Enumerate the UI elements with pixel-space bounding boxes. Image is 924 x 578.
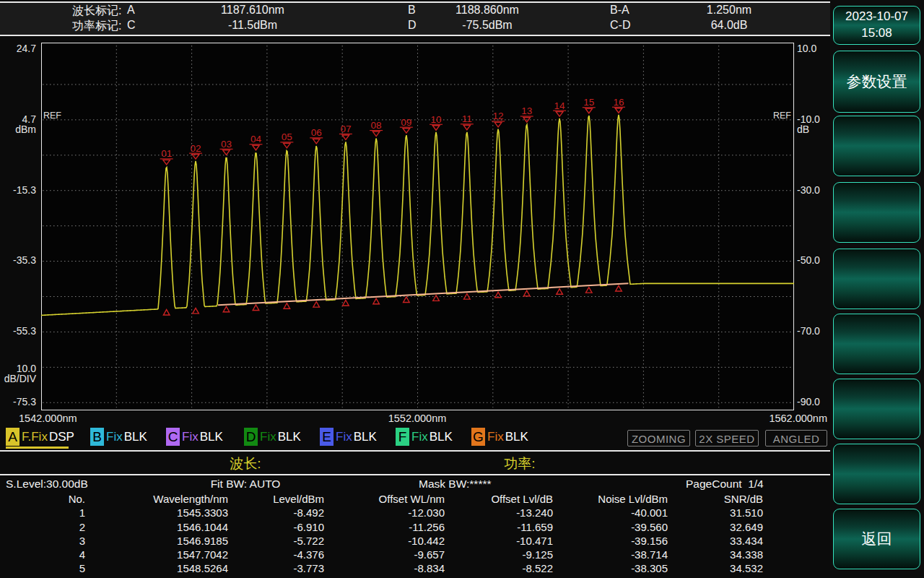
view-mode-zooming[interactable]: ZOOMING <box>627 430 690 447</box>
table-header-row: No.Wavelength/nmLevel/dBmOffset WL/nmOff… <box>0 492 765 506</box>
table-cell: -4.376 <box>228 548 324 561</box>
peak-marker-triangle <box>556 112 563 117</box>
wavelength-marker-row: 波长标记: A 1187.610nm B 1188.860nm B-A 1.25… <box>0 4 830 19</box>
peak-number-label: 03 <box>221 139 232 150</box>
table-cell: -8.492 <box>228 506 324 519</box>
trace-tag-label: BLK <box>278 428 301 446</box>
sidebar-button-label: 15:08 <box>861 25 892 42</box>
power-marker-label: 功率标记: <box>72 19 121 34</box>
noise-marker-triangle <box>585 288 592 293</box>
page-count: PageCount 1/4 <box>686 478 764 491</box>
sidebar-button-blank-1[interactable] <box>833 116 920 176</box>
view-mode-angled[interactable]: ANGLED <box>765 430 827 447</box>
trace-tag-label: BLK <box>430 428 453 446</box>
y-axis-right-tick: -70.0 <box>797 326 820 336</box>
trace-selector-B[interactable]: BFixBLK <box>90 428 147 449</box>
table-cell: 4 <box>0 548 85 561</box>
sidebar-button-blank-5[interactable] <box>833 379 920 439</box>
spectrum-chart: REFREF01020304050607080910111213141516 <box>41 43 794 410</box>
sidebar-button-blank-4[interactable] <box>833 314 920 374</box>
peak-number-label: 06 <box>311 127 322 138</box>
sidebar-button-datetime[interactable]: 2023-10-0715:08 <box>833 6 920 45</box>
trace-letter-badge: G <box>471 428 485 446</box>
peak-marker-triangle <box>313 139 320 144</box>
table-cell: 3 <box>0 534 85 548</box>
trace-selector-E[interactable]: EFixBLK <box>320 428 377 449</box>
marker-c-value: -11.5dBm <box>173 19 332 32</box>
power-marker-row: 功率标记: C -11.5dBm D -75.5dBm C-D 64.0dB <box>0 19 830 34</box>
trace-selector-F[interactable]: FFixBLK <box>396 428 453 449</box>
table-cell: 1546.9185 <box>85 534 228 548</box>
marker-a-value: 1187.610nm <box>173 4 332 17</box>
table-cell: -10.442 <box>324 534 445 548</box>
table-cell: 1548.5264 <box>85 561 228 575</box>
x-axis-tick: 1542.000nm <box>19 413 77 424</box>
y-axis-left-tick: 24.7 <box>0 43 36 53</box>
sidebar-button-blank-2[interactable] <box>833 182 920 243</box>
sidebar-button-back[interactable]: 返回 <box>833 509 920 569</box>
peak-number-label: 15 <box>583 97 594 108</box>
peak-number-label: 12 <box>493 111 504 121</box>
noise-marker-triangle <box>404 297 410 303</box>
table-cell: -10.471 <box>445 534 553 548</box>
noise-marker-triangle <box>343 300 349 306</box>
table-cell: 33.434 <box>668 534 763 548</box>
trace-letter-badge: C <box>166 428 180 446</box>
table-row: 21546.1044-6.910-11.256-11.659-39.56032.… <box>0 520 765 534</box>
peak-number-label: 02 <box>191 143 201 154</box>
y-axis-left-tick: -15.3 <box>0 185 36 195</box>
ref-label-right: REF <box>773 111 791 121</box>
trace-mode-label: Fix <box>336 428 352 446</box>
peak-number-label: 14 <box>554 100 566 111</box>
table-cell: -8.834 <box>324 561 445 575</box>
peak-number-label: 16 <box>613 97 624 108</box>
peak-number-label: 10 <box>431 114 442 125</box>
trace-selector-C[interactable]: CFixBLK <box>166 428 223 449</box>
y-axis-left-tick: -35.3 <box>0 255 36 265</box>
column-header: Offset WL/nm <box>324 492 445 506</box>
table-cell: 2 <box>0 520 85 534</box>
table-cell: 1 <box>0 506 85 519</box>
peak-marker-triangle <box>615 108 622 113</box>
trace-tag-label: BLK <box>200 428 223 446</box>
trace-selector-D[interactable]: DFixBLK <box>244 428 301 449</box>
y-axis-right-tick: -30.0 <box>797 185 820 195</box>
trace-letter-badge: E <box>320 428 334 446</box>
sidebar-button-label: 2023-10-07 <box>845 9 908 25</box>
peak-marker-triangle <box>432 126 440 131</box>
fit-bw-value: Fit BW: AUTO <box>173 478 318 491</box>
peak-marker-triangle <box>253 145 260 150</box>
y-axis-left-tick: -75.3 <box>0 397 36 407</box>
active-trace-underline <box>6 447 69 449</box>
trace-tag-label: BLK <box>505 428 528 446</box>
trace-mode-label: Fix <box>487 428 504 446</box>
y-axis-right-tick: 10.0 <box>797 43 816 53</box>
peak-number-label: 07 <box>340 124 351 134</box>
peak-number-label: 01 <box>161 148 172 159</box>
spectrum-trace <box>41 115 794 316</box>
noise-marker-triangle <box>616 285 622 291</box>
column-header: Level/dBm <box>228 492 324 506</box>
trace-mode-label: Fix <box>182 428 199 446</box>
trace-tag-label: BLK <box>354 428 377 446</box>
trace-selector-A[interactable]: AF.FixDSP <box>6 428 74 449</box>
trace-mode-label: Fix <box>411 428 428 446</box>
sidebar-button-blank-6[interactable] <box>833 444 920 504</box>
trace-selector-G[interactable]: GFixBLK <box>471 428 528 449</box>
section-divider <box>0 474 830 475</box>
header-divider <box>0 35 830 36</box>
column-header: Wavelength/nm <box>85 492 228 506</box>
sidebar-button-blank-3[interactable] <box>833 249 920 309</box>
table-cell: -12.030 <box>324 506 445 519</box>
y-axis-right-tick: -10.0 dB <box>797 114 820 134</box>
marker-ba-name: B-A <box>610 4 629 17</box>
table-cell: -3.773 <box>228 561 324 575</box>
trace-mode-label: Fix <box>106 428 123 446</box>
sidebar-button-param-settings[interactable]: 参数设置 <box>833 51 920 113</box>
peak-marker-triangle <box>372 131 380 137</box>
marker-c-name: C <box>127 19 136 32</box>
table-cell: 1545.3303 <box>85 506 228 519</box>
view-mode-2x-speed[interactable]: 2X SPEED <box>695 430 759 447</box>
table-cell: 1546.1044 <box>85 520 228 534</box>
trace-letter-badge: B <box>90 428 104 446</box>
